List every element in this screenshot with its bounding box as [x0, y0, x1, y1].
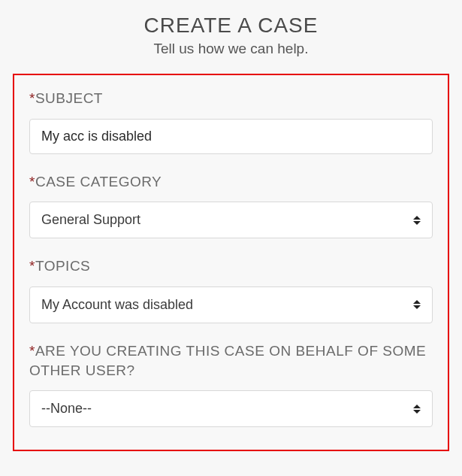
required-asterisk: * [29, 90, 35, 106]
topics-select[interactable]: My Account was disabled [29, 287, 433, 323]
topics-label: *TOPICS [29, 256, 433, 276]
onbehalf-select[interactable]: --None-- [29, 390, 433, 427]
topics-value: My Account was disabled [29, 287, 433, 323]
onbehalf-value: --None-- [29, 390, 433, 427]
required-asterisk: * [29, 258, 35, 274]
onbehalf-field: *ARE YOU CREATING THIS CASE ON BEHALF OF… [29, 341, 433, 427]
category-value: General Support [29, 202, 433, 238]
subject-input[interactable] [29, 119, 433, 154]
page-subtitle: Tell us how we can help. [0, 41, 462, 57]
required-asterisk: * [29, 343, 35, 359]
category-field: *CASE CATEGORY General Support [29, 172, 433, 239]
category-select[interactable]: General Support [29, 202, 433, 238]
form-header: CREATE A CASE Tell us how we can help. [0, 0, 462, 68]
topics-field: *TOPICS My Account was disabled [29, 256, 433, 323]
page-title: CREATE A CASE [0, 14, 462, 38]
onbehalf-label: *ARE YOU CREATING THIS CASE ON BEHALF OF… [29, 341, 433, 380]
create-case-form: *SUBJECT *CASE CATEGORY General Support … [13, 74, 449, 451]
category-label: *CASE CATEGORY [29, 172, 433, 192]
subject-field: *SUBJECT [29, 89, 433, 154]
required-asterisk: * [29, 174, 35, 189]
subject-label: *SUBJECT [29, 89, 433, 108]
